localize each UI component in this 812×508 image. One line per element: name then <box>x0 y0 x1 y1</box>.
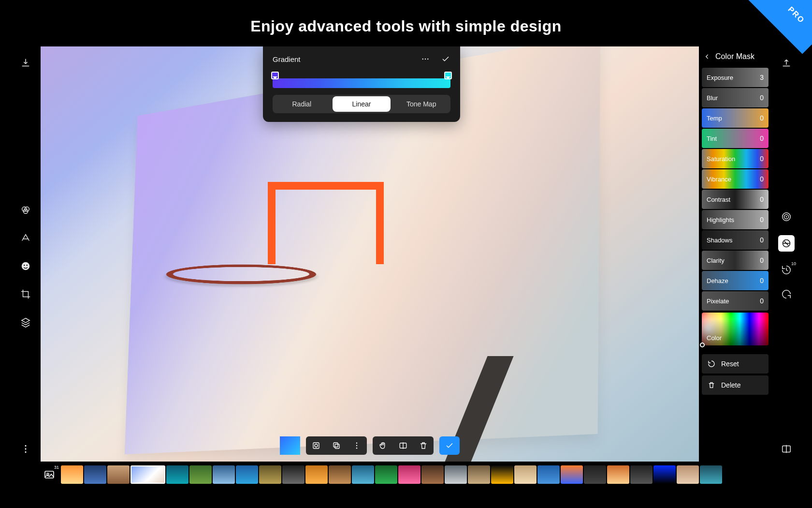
filmstrip-thumb[interactable] <box>421 465 444 484</box>
apply-check-icon[interactable] <box>441 54 450 64</box>
filmstrip-thumb[interactable] <box>561 465 583 484</box>
more-vertical-icon[interactable] <box>20 443 31 455</box>
gradient-mask-icon[interactable] <box>778 235 795 252</box>
radial-mask-icon[interactable] <box>781 211 792 223</box>
pan-hand-icon[interactable] <box>373 436 393 455</box>
slider-temp[interactable]: Temp0 <box>702 108 768 128</box>
svg-point-8 <box>25 451 27 453</box>
filmstrip-thumb[interactable] <box>84 465 106 484</box>
filmstrip-thumb[interactable] <box>189 465 212 484</box>
filmstrip-thumb[interactable] <box>259 465 281 484</box>
reset-label: Reset <box>721 360 739 368</box>
slider-dehaze[interactable]: Dehaze0 <box>702 271 768 290</box>
svg-rect-15 <box>335 444 339 448</box>
slider-saturation[interactable]: Saturation0 <box>702 149 768 168</box>
filmstrip-thumb[interactable] <box>305 465 328 484</box>
filmstrip-thumb[interactable] <box>375 465 397 484</box>
slider-blur[interactable]: Blur0 <box>702 88 768 107</box>
slider-pixelate[interactable]: Pixelate0 <box>702 291 768 311</box>
svg-point-10 <box>425 59 426 60</box>
slider-tint[interactable]: Tint0 <box>702 129 768 148</box>
slider-clarity[interactable]: Clarity0 <box>702 251 768 270</box>
more-horizontal-icon[interactable] <box>420 54 430 64</box>
sticker-icon[interactable] <box>20 260 31 272</box>
color-picker[interactable]: Color <box>702 313 768 345</box>
history-badge: 10 <box>791 261 796 266</box>
filmstrip-thumb[interactable] <box>514 465 536 484</box>
export-icon[interactable] <box>781 57 792 69</box>
gradient-tool-button[interactable] <box>280 436 300 455</box>
filmstrip-thumb[interactable] <box>653 465 676 484</box>
filmstrip-thumb[interactable] <box>445 465 467 484</box>
slider-exposure[interactable]: Exposure3 <box>702 68 768 87</box>
filmstrip-thumb[interactable] <box>468 465 490 484</box>
duplicate-icon[interactable] <box>326 436 347 455</box>
delete-button[interactable]: Delete <box>702 375 768 395</box>
filmstrip-thumb[interactable] <box>329 465 351 484</box>
import-icon[interactable] <box>20 57 31 69</box>
slider-label: Tint <box>707 135 717 142</box>
filmstrip-thumb[interactable] <box>607 465 629 484</box>
text-icon[interactable] <box>20 232 31 244</box>
filmstrip-thumb[interactable] <box>166 465 188 484</box>
mask-mode-icon[interactable] <box>306 436 326 455</box>
slider-value: 3 <box>760 74 764 81</box>
filmstrip-thumb[interactable] <box>107 465 130 484</box>
slider-contrast[interactable]: Contrast0 <box>702 190 768 209</box>
filmstrip-thumb[interactable] <box>282 465 304 484</box>
split-view-icon[interactable] <box>781 443 792 455</box>
filmstrip: 31 <box>41 463 771 486</box>
gradient-handle-start[interactable] <box>271 72 279 79</box>
undo-icon[interactable] <box>781 288 792 300</box>
editor-canvas[interactable]: Gradient Radial <box>41 46 699 462</box>
library-count: 31 <box>54 465 59 470</box>
filmstrip-thumb[interactable] <box>584 465 606 484</box>
compare-icon[interactable] <box>393 436 413 455</box>
slider-value: 0 <box>760 114 764 122</box>
layers-icon[interactable] <box>20 316 31 328</box>
back-chevron-icon[interactable] <box>704 53 710 60</box>
svg-point-7 <box>25 448 27 450</box>
filmstrip-thumbs <box>61 465 771 484</box>
gradient-slider[interactable] <box>273 72 450 88</box>
gradient-seg-tonemap[interactable]: Tone Map <box>392 95 450 113</box>
slider-label: Clarity <box>707 257 725 264</box>
crop-icon[interactable] <box>20 288 31 300</box>
svg-point-6 <box>25 445 27 447</box>
confirm-button[interactable] <box>439 436 460 455</box>
filmstrip-thumb[interactable] <box>537 465 560 484</box>
filters-icon[interactable] <box>20 204 31 216</box>
gradient-type-segment: Radial Linear Tone Map <box>273 95 450 113</box>
gradient-seg-radial[interactable]: Radial <box>273 95 331 113</box>
delete-icon[interactable] <box>413 436 434 455</box>
sidebar-header[interactable]: Color Mask <box>699 52 771 67</box>
slider-value: 0 <box>760 236 764 244</box>
history-icon[interactable]: 10 <box>781 264 792 276</box>
filmstrip-thumb[interactable] <box>236 465 258 484</box>
filmstrip-thumb[interactable] <box>130 465 165 484</box>
filmstrip-thumb[interactable] <box>61 465 83 484</box>
promo-headline: Enjoy advanced tools with simple design <box>250 17 562 35</box>
filmstrip-thumb[interactable] <box>491 465 513 484</box>
reset-button[interactable]: Reset <box>702 354 768 374</box>
slider-vibrance[interactable]: Vibrance0 <box>702 169 768 189</box>
filmstrip-thumb[interactable] <box>352 465 374 484</box>
color-pointer[interactable] <box>700 343 705 347</box>
svg-point-22 <box>786 216 787 218</box>
svg-point-5 <box>27 265 28 266</box>
filmstrip-thumb[interactable] <box>700 465 722 484</box>
filmstrip-thumb[interactable] <box>677 465 699 484</box>
library-icon[interactable]: 31 <box>41 466 58 483</box>
svg-point-3 <box>22 262 30 270</box>
svg-point-9 <box>422 59 423 60</box>
slider-value: 0 <box>760 277 764 284</box>
image-targetbox <box>268 182 384 264</box>
gradient-seg-linear[interactable]: Linear <box>333 96 391 112</box>
slider-highlights[interactable]: Highlights0 <box>702 210 768 229</box>
more-icon[interactable] <box>347 436 367 455</box>
slider-shadows[interactable]: Shadows0 <box>702 230 768 250</box>
filmstrip-thumb[interactable] <box>398 465 420 484</box>
gradient-handle-end[interactable] <box>444 72 452 79</box>
filmstrip-thumb[interactable] <box>213 465 235 484</box>
filmstrip-thumb[interactable] <box>630 465 652 484</box>
